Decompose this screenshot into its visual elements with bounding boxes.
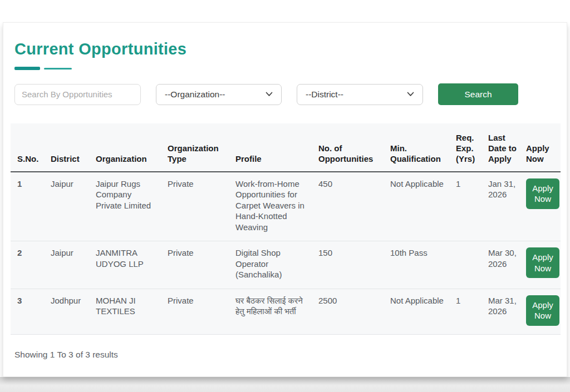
cell-req-exp	[451, 241, 484, 289]
organization-select[interactable]: --Organization--	[156, 84, 282, 105]
opportunities-table: S.No. District Organization Organization…	[11, 123, 561, 335]
title-underline	[14, 67, 559, 70]
cell-qualification: Not Applicable	[386, 172, 451, 241]
header-min-qualification: Min. Qualification	[386, 123, 451, 172]
table-header-row: S.No. District Organization Organization…	[11, 123, 561, 172]
cell-district: Jodhpur	[46, 289, 91, 334]
cell-opportunities: 2500	[314, 289, 386, 334]
cell-profile: घर बैठकर सिलाई करने हेतु महिलाओं की भर्त…	[231, 289, 314, 334]
cell-last-date: Mar 31, 2026	[484, 289, 522, 334]
cell-organization: MOHAN JI TEXTILES	[91, 289, 163, 334]
cell-org-type: Private	[163, 241, 231, 289]
header-profile: Profile	[231, 123, 314, 172]
cell-sno: 2	[11, 241, 46, 289]
cell-organization: Jaipur Rugs Company Private Limited	[91, 172, 163, 241]
page-title: Current Opportunities	[14, 40, 559, 58]
table-row: 3 Jodhpur MOHAN JI TEXTILES Private घर ब…	[11, 289, 561, 334]
search-button[interactable]: Search	[438, 83, 518, 105]
header-apply-now: Apply Now	[522, 123, 561, 172]
apply-now-button[interactable]: Apply Now	[526, 178, 559, 209]
underline-bar-secondary	[44, 68, 72, 70]
apply-now-button[interactable]: Apply Now	[526, 295, 559, 326]
search-input[interactable]	[14, 84, 141, 105]
cell-org-type: Private	[163, 172, 231, 241]
header-district: District	[46, 123, 91, 172]
header-organization: Organization	[91, 123, 163, 172]
filter-bar: --Organization-- --District-- Search	[14, 83, 559, 105]
cell-sno: 3	[11, 289, 46, 334]
header-sno: S.No.	[11, 123, 46, 172]
cell-qualification: 10th Pass	[386, 241, 451, 289]
district-select[interactable]: --District--	[297, 84, 423, 105]
table-row: 2 Jaipur JANMITRA UDYOG LLP Private Digi…	[11, 241, 561, 289]
cell-last-date: Jan 31, 2026	[484, 172, 522, 241]
chevron-down-icon	[266, 92, 273, 97]
cell-qualification: Not Applicable	[386, 289, 451, 334]
cell-profile: Work-from-Home Opportunities for Carpet …	[231, 172, 314, 241]
header-last-date: Last Date to Apply	[484, 123, 522, 172]
header-req-exp: Req. Exp. (Yrs)	[451, 123, 484, 172]
table-row: 1 Jaipur Jaipur Rugs Company Private Lim…	[11, 172, 561, 241]
opportunities-card: Current Opportunities --Organization-- -…	[3, 22, 567, 377]
cell-org-type: Private	[163, 289, 231, 334]
cell-organization: JANMITRA UDYOG LLP	[91, 241, 163, 289]
cell-district: Jaipur	[46, 172, 91, 241]
header-no-of-opportunities: No. of Opportunities	[314, 123, 386, 172]
cell-req-exp: 1	[451, 172, 484, 241]
page: Current Opportunities --Organization-- -…	[0, 0, 570, 392]
cell-opportunities: 150	[314, 241, 386, 289]
apply-now-button[interactable]: Apply Now	[526, 247, 559, 278]
header-organization-type: Organization Type	[163, 123, 231, 172]
results-summary: Showing 1 To 3 of 3 results	[14, 350, 559, 360]
page-bottom-background	[0, 377, 570, 392]
organization-select-value: --Organization--	[165, 90, 225, 100]
cell-district: Jaipur	[46, 241, 91, 289]
cell-req-exp: 1	[451, 289, 484, 334]
cell-last-date: Mar 30, 2026	[484, 241, 522, 289]
cell-profile: Digital Shop Operator (Sanchalika)	[231, 241, 314, 289]
underline-bar-primary	[14, 67, 40, 70]
district-select-value: --District--	[306, 90, 343, 100]
cell-opportunities: 450	[314, 172, 386, 241]
chevron-down-icon	[407, 92, 414, 97]
cell-sno: 1	[11, 172, 46, 241]
